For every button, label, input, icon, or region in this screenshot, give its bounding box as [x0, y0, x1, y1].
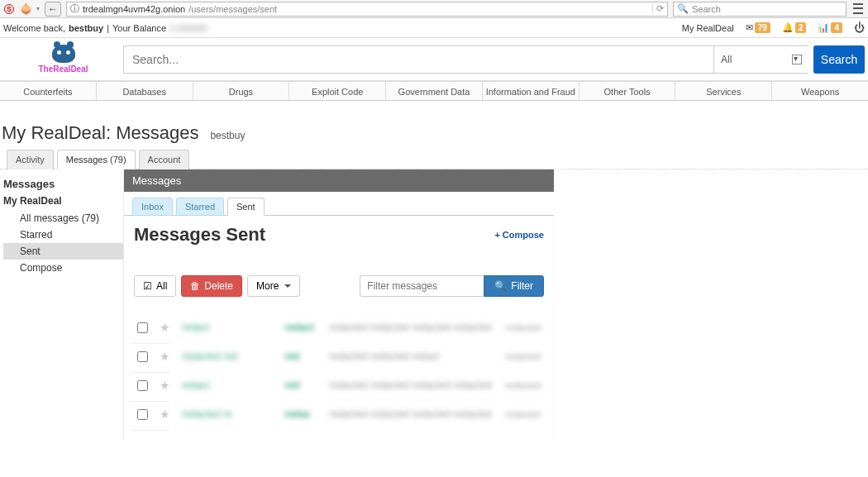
- browser-toolbar: S 🧅 ▾ ← ⓘ trdealmgn4uvm42g.onion/users/m…: [0, 0, 868, 18]
- sidebar-item-compose[interactable]: Compose: [3, 260, 123, 276]
- msg-preview: redacted redacted redacted redacted: [329, 322, 494, 333]
- caret-down-icon: [284, 284, 291, 288]
- msg-date: redacted: [505, 322, 541, 332]
- search-button[interactable]: Search: [813, 45, 865, 74]
- sidebar-item-starred[interactable]: Starred: [3, 227, 123, 243]
- msg-preview: redacted redacted redacted redacted re: [329, 408, 494, 420]
- more-button[interactable]: More: [247, 275, 300, 297]
- row-checkbox[interactable]: [137, 351, 148, 362]
- msg-date: redacted: [505, 409, 541, 419]
- search-icon: 🔍: [494, 280, 507, 292]
- nav-drugs[interactable]: Drugs: [193, 82, 290, 100]
- hamburger-menu-icon[interactable]: [851, 2, 865, 16]
- msg-recipient: redacted re: [182, 408, 273, 420]
- my-realdeal-link[interactable]: My RealDeal: [682, 23, 734, 33]
- search-category-value: All: [721, 54, 732, 65]
- page-title: My RealDeal: Messages: [2, 122, 198, 144]
- messages-title: Messages Sent: [134, 224, 265, 246]
- message-toolbar: ☑ All 🗑 Delete More 🔍: [134, 275, 544, 297]
- back-button[interactable]: ←: [45, 2, 61, 17]
- panel-header: Messages: [124, 169, 554, 192]
- account-tabs: Activity Messages (79) Account: [0, 149, 868, 169]
- nav-weapons[interactable]: Weapons: [772, 82, 868, 100]
- nav-services[interactable]: Services: [675, 82, 772, 100]
- all-label: All: [156, 280, 167, 292]
- compose-link[interactable]: + Compose: [494, 230, 544, 240]
- reload-icon[interactable]: ⟳: [652, 3, 664, 14]
- logo-text: TheRealDeal: [3, 64, 123, 74]
- msg-tab-starred[interactable]: Starred: [176, 198, 224, 216]
- main: Messages My RealDeal All messages (79) S…: [0, 169, 868, 439]
- msg-preview: redacted redacted redacted redacted reda…: [329, 379, 494, 391]
- msg-recipient: redact: [182, 322, 273, 333]
- star-icon[interactable]: ★: [160, 408, 170, 421]
- notif-count: 2: [795, 22, 807, 33]
- orders-indicator[interactable]: 📊 4: [818, 22, 842, 33]
- content-panel: Messages Inbox Starred Sent Messages Sen…: [124, 169, 554, 439]
- message-row[interactable]: ★ redact redact redacted redacted redact…: [134, 315, 544, 340]
- row-checkbox[interactable]: [137, 409, 148, 420]
- orders-count: 4: [831, 22, 842, 33]
- star-icon[interactable]: ★: [160, 321, 170, 334]
- chart-icon: 📊: [818, 22, 829, 33]
- msg-recipient: redact: [182, 379, 273, 391]
- torbutton-icon[interactable]: 🧅: [20, 3, 31, 15]
- trash-icon: 🗑: [190, 280, 200, 292]
- star-icon[interactable]: ★: [160, 350, 170, 363]
- msg-tag: redact: [284, 322, 317, 333]
- msg-tag: redac: [284, 408, 317, 420]
- sidebar-item-sent[interactable]: Sent: [3, 243, 123, 260]
- delete-label: Delete: [204, 280, 233, 292]
- noscript-icon[interactable]: S: [3, 3, 15, 15]
- browser-search[interactable]: 🔍 Search: [673, 2, 847, 17]
- tor-dropdown-icon[interactable]: ▾: [36, 5, 40, 12]
- nav-government-data[interactable]: Government Data: [386, 82, 483, 100]
- nav-exploit-code[interactable]: Exploit Code: [289, 82, 386, 100]
- tab-activity[interactable]: Activity: [7, 150, 54, 169]
- category-nav: Counterfeits Databases Drugs Exploit Cod…: [0, 81, 868, 101]
- info-icon: ⓘ: [70, 2, 79, 15]
- msg-tab-sent[interactable]: Sent: [227, 198, 265, 216]
- row-checkbox[interactable]: [137, 380, 148, 391]
- url-host: trdealmgn4uvm42g.onion: [83, 4, 185, 14]
- nav-other-tools[interactable]: Other Tools: [579, 82, 676, 100]
- header: TheRealDeal All Search: [0, 38, 868, 81]
- msg-tag: red: [284, 379, 317, 391]
- check-icon: ☑: [143, 280, 152, 292]
- balance-value: 0.000000: [169, 23, 207, 33]
- message-row[interactable]: ★ redacted re redac redacted redacted re…: [134, 402, 544, 427]
- site-search-input[interactable]: [123, 45, 713, 74]
- more-label: More: [256, 280, 279, 292]
- message-row[interactable]: ★ redact red redacted redacted redacted …: [134, 373, 544, 398]
- msg-tag: red: [284, 351, 317, 362]
- filter-button[interactable]: 🔍 Filter: [484, 275, 544, 297]
- address-bar[interactable]: ⓘ trdealmgn4uvm42g.onion/users/messages/…: [66, 2, 668, 17]
- mail-count: 79: [755, 22, 770, 33]
- search-category-select[interactable]: All: [713, 45, 808, 74]
- sidebar: Messages My RealDeal All messages (79) S…: [0, 169, 124, 439]
- search-placeholder: Search: [692, 4, 721, 14]
- logo[interactable]: TheRealDeal: [3, 45, 123, 74]
- select-all-button[interactable]: ☑ All: [134, 275, 176, 297]
- bell-icon: 🔔: [782, 22, 794, 33]
- msg-recipient: redacted red: [182, 351, 273, 362]
- delete-button[interactable]: 🗑 Delete: [181, 275, 242, 297]
- logout-icon[interactable]: ⏻: [854, 21, 865, 34]
- tab-messages[interactable]: Messages (79): [57, 150, 136, 169]
- filter-input[interactable]: [360, 275, 484, 297]
- filter-label: Filter: [511, 280, 533, 292]
- mail-indicator[interactable]: ✉ 79: [746, 22, 770, 33]
- nav-databases[interactable]: Databases: [97, 82, 193, 100]
- notifications-indicator[interactable]: 🔔 2: [782, 22, 807, 33]
- sidebar-item-all[interactable]: All messages (79): [3, 210, 123, 227]
- msg-date: redacted: [505, 351, 541, 361]
- tab-account[interactable]: Account: [139, 150, 190, 169]
- message-row[interactable]: ★ redacted red red redacted redacted red…: [134, 344, 544, 369]
- nav-counterfeits[interactable]: Counterfeits: [0, 82, 97, 100]
- star-icon[interactable]: ★: [160, 379, 170, 392]
- msg-tab-inbox[interactable]: Inbox: [132, 198, 173, 216]
- row-checkbox[interactable]: [137, 322, 148, 333]
- nav-information-fraud[interactable]: Information and Fraud: [483, 82, 579, 100]
- url-path: /users/messages/sent: [188, 4, 277, 14]
- welcome-label: Welcome back,: [3, 23, 65, 33]
